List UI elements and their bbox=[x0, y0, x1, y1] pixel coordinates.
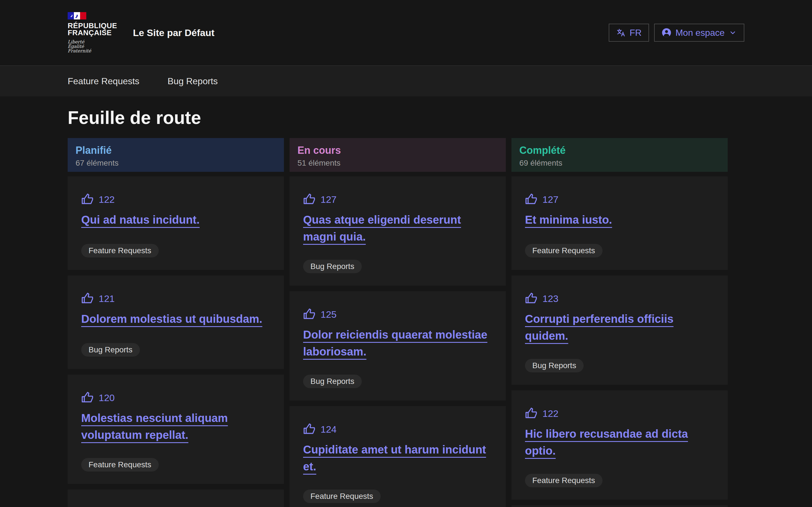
card-title-link[interactable]: Cupiditate amet ut harum incidunt et. bbox=[303, 441, 492, 475]
thumb-up-icon bbox=[303, 308, 315, 321]
translate-icon bbox=[616, 28, 626, 38]
vote-count: 122 bbox=[99, 194, 115, 205]
republique-francaise-logo[interactable]: RÉPUBLIQUE FRANÇAISE Liberté Égalité Fra… bbox=[68, 12, 117, 53]
card-tag: Bug Reports bbox=[525, 359, 583, 372]
vote-count: 120 bbox=[99, 392, 115, 403]
vote-row: 122 bbox=[81, 193, 270, 206]
column-count: 51 éléments bbox=[297, 158, 498, 168]
roadmap-card: 121 Dolorem molestias ut quibusdam. Bug … bbox=[68, 276, 284, 369]
thumb-up-icon bbox=[81, 392, 94, 404]
vote-row: 123 bbox=[525, 292, 714, 305]
account-menu-label: Mon espace bbox=[675, 27, 725, 38]
french-flag-icon bbox=[68, 12, 86, 19]
thumb-up-icon bbox=[525, 407, 538, 420]
card-tag: Feature Requests bbox=[81, 244, 159, 258]
column-count: 69 éléments bbox=[519, 158, 720, 168]
vote-count: 127 bbox=[320, 194, 337, 205]
column-title: Complété bbox=[519, 144, 720, 157]
account-circle-icon bbox=[661, 27, 672, 38]
column-header: Complété 69 éléments bbox=[511, 138, 728, 172]
page-title: Feuille de route bbox=[68, 106, 744, 129]
service-title[interactable]: Le Site par Défaut bbox=[133, 27, 214, 38]
roadmap-card: 122 Qui ad natus incidunt. Feature Reque… bbox=[68, 176, 284, 270]
card-title-link[interactable]: Hic libero recusandae ad dicta optio. bbox=[525, 425, 714, 459]
thumb-up-icon bbox=[303, 193, 315, 206]
column-header: Planifié 67 éléments bbox=[68, 138, 284, 172]
column-cards: 127 Quas atque eligendi deserunt magni q… bbox=[290, 176, 506, 507]
thumb-up-icon bbox=[81, 292, 94, 305]
column-cards: 127 Et minima iusto. Feature Requests 12… bbox=[511, 176, 728, 507]
kanban-column-planifie: Planifié 67 éléments 122 Qui ad natus in… bbox=[68, 138, 284, 507]
roadmap-card: 124 Cupiditate amet ut harum incidunt et… bbox=[290, 406, 506, 507]
language-switcher-label: FR bbox=[629, 27, 642, 38]
account-menu-button[interactable]: Mon espace bbox=[654, 24, 744, 42]
kanban-column-en-cours: En cours 51 éléments 127 Quas atque elig… bbox=[290, 138, 506, 507]
thumb-up-icon bbox=[81, 193, 94, 206]
card-title-link[interactable]: Corrupti perferendis officiis quidem. bbox=[525, 311, 714, 344]
thumb-up-icon bbox=[525, 193, 538, 206]
card-title-link[interactable]: Quas atque eligendi deserunt magni quia. bbox=[303, 211, 492, 245]
roadmap-card: 122 Hic libero recusandae ad dicta optio… bbox=[511, 390, 728, 500]
vote-row: 120 bbox=[81, 392, 270, 404]
column-title: En cours bbox=[297, 144, 498, 157]
thumb-up-icon bbox=[303, 423, 315, 436]
column-cards: 122 Qui ad natus incidunt. Feature Reque… bbox=[68, 176, 284, 507]
card-title-link[interactable]: Dolor reiciendis quaerat molestiae labor… bbox=[303, 326, 492, 360]
vote-count: 121 bbox=[99, 293, 115, 304]
thumb-up-icon bbox=[525, 292, 538, 305]
roadmap-card: 120 Molestias nesciunt aliquam voluptatu… bbox=[68, 375, 284, 484]
kanban-column-complete: Complété 69 éléments 127 Et minima iusto… bbox=[511, 138, 728, 507]
vote-row: 127 bbox=[525, 193, 714, 206]
card-tag: Bug Reports bbox=[303, 375, 362, 388]
roadmap-card-partial bbox=[68, 490, 284, 507]
nav-item-bug-reports[interactable]: Bug Reports bbox=[167, 76, 218, 87]
roadmap-card-partial bbox=[511, 505, 728, 507]
logo-line-2: FRANÇAISE bbox=[68, 29, 117, 36]
logo-motto: Liberté Égalité Fraternité bbox=[68, 40, 117, 53]
card-title-link[interactable]: Qui ad natus incidunt. bbox=[81, 211, 200, 228]
chevron-down-icon bbox=[728, 29, 737, 37]
card-title-link[interactable]: Dolorem molestias ut quibusdam. bbox=[81, 311, 262, 327]
card-tag: Feature Requests bbox=[525, 244, 603, 258]
card-title-link[interactable]: Molestias nesciunt aliquam voluptatum re… bbox=[81, 409, 270, 443]
card-tag: Bug Reports bbox=[303, 260, 362, 273]
column-title: Planifié bbox=[75, 144, 276, 157]
card-title-link[interactable]: Et minima iusto. bbox=[525, 211, 612, 228]
vote-count: 127 bbox=[543, 194, 559, 205]
roadmap-card: 123 Corrupti perferendis officiis quidem… bbox=[511, 276, 728, 385]
roadmap-card: 127 Quas atque eligendi deserunt magni q… bbox=[290, 176, 506, 286]
vote-row: 125 bbox=[303, 308, 492, 321]
column-header: En cours 51 éléments bbox=[290, 138, 506, 172]
card-tag: Feature Requests bbox=[525, 474, 603, 487]
vote-count: 122 bbox=[543, 408, 559, 419]
vote-count: 125 bbox=[320, 309, 337, 320]
header-tools: FR Mon espace bbox=[609, 24, 744, 42]
card-tag: Feature Requests bbox=[81, 458, 159, 471]
card-tag: Bug Reports bbox=[81, 343, 140, 356]
main-navigation: Feature Requests Bug Reports bbox=[0, 65, 812, 96]
site-header: RÉPUBLIQUE FRANÇAISE Liberté Égalité Fra… bbox=[0, 0, 812, 65]
roadmap-card: 127 Et minima iusto. Feature Requests bbox=[511, 176, 728, 270]
vote-row: 124 bbox=[303, 423, 492, 436]
main-content: Feuille de route Planifié 67 éléments 12… bbox=[0, 106, 812, 507]
column-count: 67 éléments bbox=[75, 158, 276, 168]
vote-row: 127 bbox=[303, 193, 492, 206]
card-tag: Feature Requests bbox=[303, 490, 380, 503]
vote-row: 122 bbox=[525, 407, 714, 420]
vote-count: 123 bbox=[543, 293, 559, 304]
vote-count: 124 bbox=[320, 424, 337, 435]
language-switcher-button[interactable]: FR bbox=[609, 24, 649, 42]
kanban-board: Planifié 67 éléments 122 Qui ad natus in… bbox=[68, 138, 744, 507]
vote-row: 121 bbox=[81, 292, 270, 305]
nav-item-feature-requests[interactable]: Feature Requests bbox=[68, 76, 139, 87]
roadmap-card: 125 Dolor reiciendis quaerat molestiae l… bbox=[290, 291, 506, 400]
